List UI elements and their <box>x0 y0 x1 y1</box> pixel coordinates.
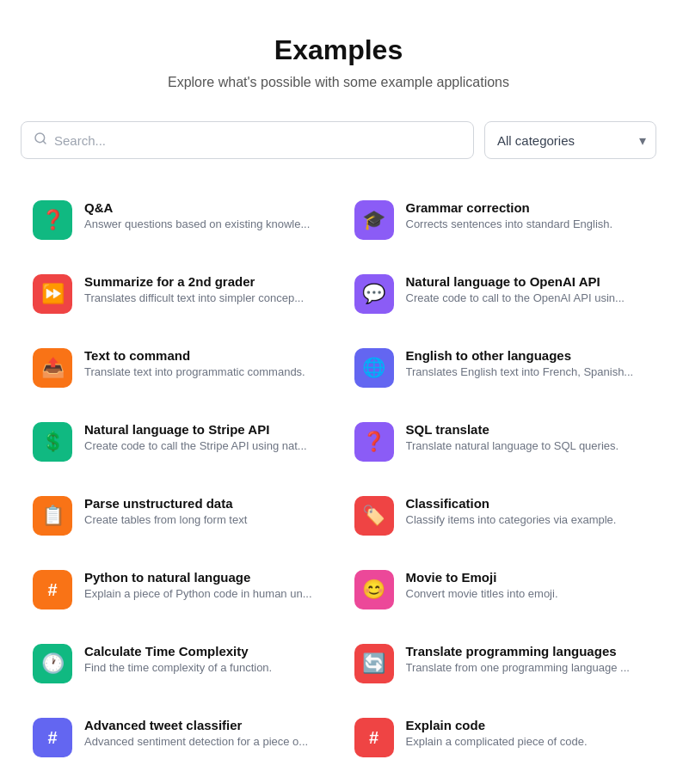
card-text-movie-to-emoji: Movie to Emoji Convert movie titles into… <box>406 570 645 600</box>
card-icon-calculate-time-complexity: 🕐 <box>33 644 72 683</box>
search-input[interactable] <box>54 133 461 148</box>
card-desc-summarize-2nd-grader: Translates difficult text into simpler c… <box>84 291 323 304</box>
card-title-natural-language-stripe: Natural language to Stripe API <box>84 422 323 437</box>
card-text-grammar-correction: Grammar correction Corrects sentences in… <box>406 200 645 230</box>
card-advanced-tweet-classifier[interactable]: # Advanced tweet classifier Advanced sen… <box>21 704 335 771</box>
card-natural-language-stripe[interactable]: 💲 Natural language to Stripe API Create … <box>21 408 335 475</box>
page-subtitle: Explore what's possible with some exampl… <box>21 75 656 90</box>
card-text-calculate-time-complexity: Calculate Time Complexity Find the time … <box>84 644 323 674</box>
card-explain-code[interactable]: # Explain code Explain a complicated pie… <box>342 704 657 771</box>
card-text-classification: Classification Classify items into categ… <box>406 496 645 526</box>
card-desc-translate-programming-languages: Translate from one programming language … <box>406 661 645 674</box>
search-row: All categories Code Language Data Classi… <box>21 121 656 159</box>
card-desc-movie-to-emoji: Convert movie titles into emoji. <box>406 587 645 600</box>
card-icon-advanced-tweet-classifier: # <box>33 718 72 757</box>
card-title-python-natural-language: Python to natural language <box>84 570 323 585</box>
card-title-explain-code: Explain code <box>406 718 645 732</box>
card-text-parse-unstructured-data: Parse unstructured data Create tables fr… <box>84 496 323 526</box>
card-icon-sql-translate: ❓ <box>354 422 394 462</box>
card-title-parse-unstructured-data: Parse unstructured data <box>84 496 323 511</box>
card-text-english-other-languages: English to other languages Translates En… <box>406 348 645 378</box>
card-icon-grammar-correction: 🎓 <box>354 200 394 240</box>
card-icon-explain-code: # <box>354 718 394 757</box>
card-desc-natural-language-stripe: Create code to call the Stripe API using… <box>84 439 323 452</box>
card-title-natural-language-openai: Natural language to OpenAI API <box>406 274 645 289</box>
card-text-natural-language-openai: Natural language to OpenAI API Create co… <box>406 274 645 304</box>
page-header: Examples Explore what's possible with so… <box>21 34 656 90</box>
card-movie-to-emoji[interactable]: 😊 Movie to Emoji Convert movie titles in… <box>342 556 657 623</box>
card-desc-text-to-command: Translate text into programmatic command… <box>84 365 323 378</box>
card-icon-english-other-languages: 🌐 <box>354 348 394 388</box>
card-icon-classification: 🏷️ <box>354 496 394 536</box>
card-text-explain-code: Explain code Explain a complicated piece… <box>406 718 645 748</box>
card-text-to-command[interactable]: 📤 Text to command Translate text into pr… <box>21 334 335 401</box>
card-title-calculate-time-complexity: Calculate Time Complexity <box>84 644 323 658</box>
card-desc-natural-language-openai: Create code to call to the OpenAI API us… <box>406 291 645 304</box>
card-icon-natural-language-stripe: 💲 <box>33 422 72 462</box>
card-title-summarize-2nd-grader: Summarize for a 2nd grader <box>84 274 323 289</box>
card-desc-sql-translate: Translate natural language to SQL querie… <box>406 439 645 452</box>
card-calculate-time-complexity[interactable]: 🕐 Calculate Time Complexity Find the tim… <box>21 630 335 697</box>
card-icon-movie-to-emoji: 😊 <box>354 570 394 609</box>
card-desc-classification: Classify items into categories via examp… <box>406 513 645 526</box>
card-text-translate-programming-languages: Translate programming languages Translat… <box>406 644 645 674</box>
category-select[interactable]: All categories Code Language Data Classi… <box>484 121 656 159</box>
card-classification[interactable]: 🏷️ Classification Classify items into ca… <box>342 482 657 549</box>
card-desc-parse-unstructured-data: Create tables from long form text <box>84 513 323 526</box>
card-text-qa: Q&A Answer questions based on existing k… <box>84 200 323 230</box>
card-title-english-other-languages: English to other languages <box>406 348 645 363</box>
card-grammar-correction[interactable]: 🎓 Grammar correction Corrects sentences … <box>342 187 657 254</box>
card-title-advanced-tweet-classifier: Advanced tweet classifier <box>84 718 323 732</box>
card-desc-python-natural-language: Explain a piece of Python code in human … <box>84 587 323 600</box>
card-text-text-to-command: Text to command Translate text into prog… <box>84 348 323 378</box>
card-icon-qa: ❓ <box>33 200 72 240</box>
card-desc-qa: Answer questions based on existing knowl… <box>84 217 323 230</box>
search-icon <box>34 132 47 149</box>
card-text-sql-translate: SQL translate Translate natural language… <box>406 422 645 452</box>
search-box <box>21 121 474 159</box>
card-icon-parse-unstructured-data: 📋 <box>33 496 72 536</box>
card-title-text-to-command: Text to command <box>84 348 323 363</box>
card-natural-language-openai[interactable]: 💬 Natural language to OpenAI API Create … <box>342 260 657 328</box>
card-translate-programming-languages[interactable]: 🔄 Translate programming languages Transl… <box>342 630 657 697</box>
card-text-python-natural-language: Python to natural language Explain a pie… <box>84 570 323 600</box>
card-qa[interactable]: ❓ Q&A Answer questions based on existing… <box>21 187 335 254</box>
card-icon-natural-language-openai: 💬 <box>354 274 394 314</box>
card-title-movie-to-emoji: Movie to Emoji <box>406 570 645 585</box>
card-title-translate-programming-languages: Translate programming languages <box>406 644 645 658</box>
card-desc-grammar-correction: Corrects sentences into standard English… <box>406 217 645 230</box>
examples-grid: ❓ Q&A Answer questions based on existing… <box>21 187 656 771</box>
card-title-grammar-correction: Grammar correction <box>406 200 645 215</box>
card-sql-translate[interactable]: ❓ SQL translate Translate natural langua… <box>342 408 657 475</box>
card-desc-english-other-languages: Translates English text into French, Spa… <box>406 365 645 378</box>
card-icon-summarize-2nd-grader: ⏩ <box>33 274 72 314</box>
card-desc-advanced-tweet-classifier: Advanced sentiment detection for a piece… <box>84 735 323 748</box>
card-desc-explain-code: Explain a complicated piece of code. <box>406 735 645 748</box>
card-icon-python-natural-language: # <box>33 570 72 609</box>
card-summarize-2nd-grader[interactable]: ⏩ Summarize for a 2nd grader Translates … <box>21 260 335 328</box>
page: Examples Explore what's possible with so… <box>0 0 677 784</box>
card-desc-calculate-time-complexity: Find the time complexity of a function. <box>84 661 323 674</box>
card-text-summarize-2nd-grader: Summarize for a 2nd grader Translates di… <box>84 274 323 304</box>
card-icon-text-to-command: 📤 <box>33 348 72 388</box>
card-text-natural-language-stripe: Natural language to Stripe API Create co… <box>84 422 323 452</box>
card-icon-translate-programming-languages: 🔄 <box>354 644 394 683</box>
card-english-other-languages[interactable]: 🌐 English to other languages Translates … <box>342 334 657 401</box>
category-wrapper: All categories Code Language Data Classi… <box>484 121 656 159</box>
card-title-qa: Q&A <box>84 200 323 215</box>
card-python-natural-language[interactable]: # Python to natural language Explain a p… <box>21 556 335 623</box>
card-title-sql-translate: SQL translate <box>406 422 645 437</box>
svg-line-1 <box>43 141 46 144</box>
card-text-advanced-tweet-classifier: Advanced tweet classifier Advanced senti… <box>84 718 323 748</box>
card-parse-unstructured-data[interactable]: 📋 Parse unstructured data Create tables … <box>21 482 335 549</box>
card-title-classification: Classification <box>406 496 645 511</box>
page-title: Examples <box>21 34 656 66</box>
